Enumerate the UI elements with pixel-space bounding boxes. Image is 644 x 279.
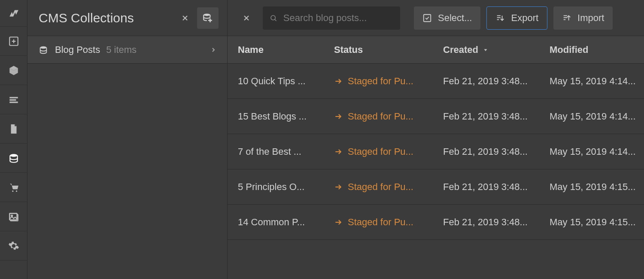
table-row[interactable]: 15 Best Blogs ...Staged for Pu...Feb 21,… [228,99,644,134]
collection-count: 5 items [106,44,210,55]
cell-status: Staged for Pu... [334,146,443,157]
import-label: Import [577,12,604,24]
svg-point-21 [271,15,275,20]
svg-point-15 [204,13,210,15]
select-button[interactable]: Select... [414,6,480,30]
svg-line-22 [275,19,276,21]
cell-modified: May 15, 2019 4:15... [550,181,644,193]
svg-rect-4 [9,99,16,100]
cell-name: 7 of the Best ... [228,146,334,157]
svg-point-18 [40,46,47,49]
cell-status: Staged for Pu... [334,111,443,122]
cms-button[interactable] [0,144,27,173]
export-label: Export [511,12,538,24]
ecommerce-button[interactable] [0,173,27,202]
checkbox-icon [422,13,432,23]
svg-rect-10 [9,213,17,220]
navigator-button[interactable] [0,85,27,114]
table-row[interactable]: 5 Principles O...Staged for Pu...Feb 21,… [228,169,644,205]
export-button[interactable]: Export [486,6,547,30]
left-rail [0,0,27,279]
arrow-right-icon [334,218,343,227]
cell-status: Staged for Pu... [334,181,443,193]
webflow-logo[interactable] [0,0,27,27]
table-row[interactable]: 10 Quick Tips ...Staged for Pu...Feb 21,… [228,64,644,99]
cell-modified: May 15, 2019 4:14... [550,146,644,157]
cell-modified: May 15, 2019 4:14... [550,76,644,87]
toolbar: Select... Export Import [228,0,644,36]
arrow-right-icon [334,77,343,86]
select-label: Select... [438,12,472,24]
settings-button[interactable] [0,231,27,261]
cell-status: Staged for Pu... [334,76,443,87]
close-panel-button[interactable] [176,9,194,27]
cell-status: Staged for Pu... [334,217,443,228]
sort-desc-icon [483,44,489,55]
cell-name: 15 Best Blogs ... [228,111,334,122]
search-icon [270,14,277,22]
svg-marker-32 [484,49,487,51]
cell-name: 14 Common P... [228,217,334,228]
new-collection-button[interactable] [197,7,219,29]
col-header-modified[interactable]: Modified [550,44,644,55]
collection-name: Blog Posts [55,44,100,55]
table-row[interactable]: 7 of the Best ...Staged for Pu...Feb 21,… [228,134,644,169]
table-row[interactable]: 14 Common P...Staged for Pu...Feb 21, 20… [228,205,644,240]
pages-button[interactable] [0,114,27,144]
table-header: Name Status Created Modified [228,36,644,64]
panel-header: CMS Collections [27,0,227,36]
close-main-button[interactable] [236,8,257,28]
cell-name: 10 Quick Tips ... [228,76,334,87]
collection-item-blog-posts[interactable]: Blog Posts 5 items [27,36,227,64]
arrow-right-icon [334,147,343,156]
search-box[interactable] [263,6,400,30]
svg-rect-5 [9,101,18,103]
chevron-right-icon [210,46,217,53]
cell-created: Feb 21, 2019 3:48... [443,76,550,87]
import-icon [562,13,571,23]
assets-button[interactable] [0,202,27,231]
import-button[interactable]: Import [553,6,613,30]
cell-created: Feb 21, 2019 3:48... [443,181,550,193]
add-element-button[interactable] [0,27,27,56]
arrow-right-icon [334,183,343,191]
svg-rect-23 [424,14,431,21]
svg-point-7 [12,190,13,192]
panel-title: CMS Collections [39,11,176,25]
symbols-button[interactable] [0,56,27,85]
svg-rect-3 [9,97,18,98]
search-input[interactable] [283,12,393,24]
cell-modified: May 15, 2019 4:15... [550,217,644,228]
cell-created: Feb 21, 2019 3:48... [443,217,550,228]
svg-point-6 [10,154,17,157]
col-header-status[interactable]: Status [334,44,443,55]
database-icon [39,45,48,55]
col-header-created[interactable]: Created [443,44,550,55]
main-area: Select... Export Import Name Status Crea… [228,0,644,279]
cell-modified: May 15, 2019 4:14... [550,111,644,122]
cell-created: Feb 21, 2019 3:48... [443,146,550,157]
collections-panel: CMS Collections Blog Posts 5 items [27,0,228,279]
cell-name: 5 Principles O... [228,181,334,193]
arrow-right-icon [334,112,343,121]
export-icon [495,13,505,23]
col-header-name[interactable]: Name [228,44,334,55]
cell-created: Feb 21, 2019 3:48... [443,111,550,122]
svg-point-8 [15,190,17,192]
table-body: 10 Quick Tips ...Staged for Pu...Feb 21,… [228,64,644,240]
